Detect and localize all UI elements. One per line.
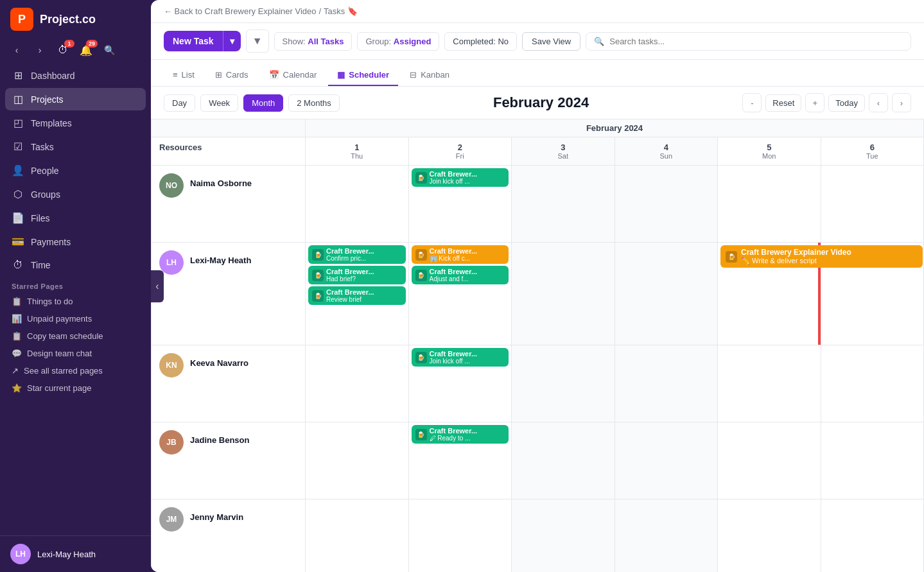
col2-dow: Fri [414, 152, 507, 160]
sidebar-item-tasks-label: Tasks [31, 142, 54, 152]
sidebar-item-people[interactable]: 👤 People [5, 159, 146, 182]
filter-button[interactable]: ▼ [246, 30, 269, 53]
sidebar-item-projects[interactable]: ◫ Projects [5, 88, 146, 110]
nav-back[interactable]: ‹ [8, 41, 26, 59]
groups-icon: ⬡ [12, 188, 24, 200]
col1-day: 1 [311, 143, 403, 152]
sidebar-item-tasks[interactable]: ☑ Tasks [5, 135, 146, 158]
starred-design-team-chat[interactable]: 💬 Design team chat [5, 345, 146, 362]
lexi-task-col1-3[interactable]: 🍺 Craft Brewer... Review brief [308, 286, 406, 305]
next-button[interactable]: › [892, 93, 911, 112]
task-icon: 🍺 [312, 290, 324, 302]
search-icon: 🔍 [594, 37, 604, 46]
row-lexi-label: LH Lexi-May Heath [152, 243, 306, 345]
cards-icon: ⊞ [215, 70, 222, 80]
reset-button[interactable]: Reset [765, 94, 801, 112]
starred-see-all[interactable]: ↗ See all starred pages [5, 362, 146, 379]
period-2months[interactable]: 2 Months [288, 94, 339, 112]
starred-copy-team-schedule[interactable]: 📋 Copy team schedule [5, 327, 146, 345]
sidebar-item-time[interactable]: ⏱ Time [5, 254, 146, 276]
avatar-jadine: JB [159, 430, 184, 455]
tab-cards[interactable]: ⊞ Cards [206, 65, 257, 86]
lexi-col4 [615, 243, 719, 345]
completed-filter-chip[interactable]: Completed: No [444, 32, 517, 51]
starred-unpaid-payments[interactable]: 📊 Unpaid payments [5, 310, 146, 327]
period-week[interactable]: Week [200, 94, 238, 112]
keeva-col4 [615, 345, 719, 422]
tab-scheduler-label: Scheduler [349, 70, 389, 80]
sidebar-item-dashboard[interactable]: ⊞ Dashboard [5, 64, 146, 87]
today-button[interactable]: Today [828, 94, 865, 112]
starred-section-title: Starred Pages [5, 277, 146, 293]
nav-forward[interactable]: › [31, 41, 49, 59]
zoom-in-button[interactable]: + [805, 93, 824, 112]
name-jenny: Jenny Marvin [190, 507, 243, 522]
task-chip-text: Craft Brewer... Review brief [326, 288, 374, 303]
breadcrumb-separator: / [318, 6, 321, 16]
prev-button[interactable]: ‹ [869, 93, 888, 112]
sidebar-item-files[interactable]: 📄 Files [5, 207, 146, 229]
period-month[interactable]: Month [243, 94, 283, 112]
starred-things-to-do[interactable]: 📋 Things to do [5, 293, 146, 310]
lexi-task-col1-1[interactable]: 🍺 Craft Brewer... Confirm pric... [308, 245, 406, 264]
sidebar-item-templates-label: Templates [31, 118, 72, 128]
keeva-task-1[interactable]: 🍺 Craft Brewer... Join kick off ... [412, 348, 509, 367]
jadine-col4 [615, 422, 719, 499]
new-task-dropdown-arrow[interactable]: ▾ [223, 31, 241, 51]
col5-day: 5 [723, 143, 815, 152]
sidebar-item-groups[interactable]: ⬡ Groups [5, 183, 146, 205]
bell-notif[interactable]: 🔔 29 [77, 41, 95, 59]
jenny-col3 [512, 499, 615, 572]
zoom-out-button[interactable]: - [742, 93, 762, 112]
task-chip-text: Craft Brewer... 🖊 Ready to ... [430, 427, 478, 442]
dashboard-icon: ⊞ [12, 69, 24, 82]
jadine-task-1[interactable]: 🍺 Craft Brewer... 🖊 Ready to ... [412, 425, 509, 444]
naima-task-1[interactable]: 🍺 Craft Brewer... Join kick off ... [412, 168, 509, 187]
task-chip-text: Craft Brewer... 🏢 Kick off c... [430, 247, 478, 262]
keeva-col3 [512, 345, 615, 422]
naima-col2: 🍺 Craft Brewer... Join kick off ... [409, 166, 512, 243]
jenny-col6 [821, 499, 925, 572]
search-button[interactable]: 🔍 [100, 41, 118, 59]
sidebar-item-templates[interactable]: ◰ Templates [5, 112, 146, 134]
jenny-col2 [409, 499, 512, 572]
sidebar: P Project.co ‹ › ⏱ 1 🔔 29 🔍 ⊞ Dashboard … [0, 0, 151, 572]
sidebar-collapse-button[interactable]: ‹ [151, 270, 164, 302]
breadcrumb-back-link[interactable]: ← Back to Craft Brewery Explainer Video [164, 6, 316, 16]
show-filter-chip[interactable]: Show: All Tasks [274, 32, 353, 51]
search-input[interactable] [609, 37, 903, 46]
timer-badge: 1 [64, 40, 74, 48]
show-label: Show: [283, 37, 306, 46]
tab-list[interactable]: ≡ List [164, 65, 204, 86]
sidebar-item-payments[interactable]: 💳 Payments [5, 230, 146, 253]
timer-notif[interactable]: ⏱ 1 [54, 41, 72, 59]
sidebar-item-groups-label: Groups [31, 189, 60, 200]
lexi-task-col1-2[interactable]: 🍺 Craft Brewer... Had brief? [308, 266, 406, 284]
task-icon: 🍺 [415, 249, 427, 261]
save-view-button[interactable]: Save View [522, 32, 580, 51]
user-footer[interactable]: LH Lexi-May Heath [0, 535, 151, 572]
sidebar-menu: ⊞ Dashboard ◫ Projects ◰ Templates ☑ Tas… [0, 62, 151, 535]
tab-calendar[interactable]: 📅 Calendar [260, 65, 326, 86]
tab-scheduler[interactable]: ▦ Scheduler [328, 65, 398, 86]
breadcrumb: ← Back to Craft Brewery Explainer Video … [164, 6, 358, 16]
lexi-wide-task[interactable]: 🍺 Craft Brewery Explainer Video ✏️ Write… [720, 245, 923, 268]
row-naima-label: NO Naima Osborne [152, 166, 306, 243]
starred-star-current[interactable]: ⭐ Star current page [5, 379, 146, 397]
jenny-col5 [718, 499, 821, 572]
copy-schedule-icon: 📋 [12, 331, 22, 341]
projects-icon: ◫ [12, 93, 24, 105]
tab-kanban[interactable]: ⊟ Kanban [401, 65, 458, 86]
people-icon: 👤 [12, 164, 24, 177]
keeva-col1 [306, 345, 409, 422]
new-task-button[interactable]: New Task ▾ [164, 31, 241, 51]
period-day[interactable]: Day [164, 94, 195, 112]
tasks-icon: ☑ [12, 141, 24, 153]
breadcrumb-current: Tasks [324, 6, 345, 16]
group-filter-chip[interactable]: Group: Assigned [357, 32, 439, 51]
lexi-task-col2-2[interactable]: 🍺 Craft Brewer... Adjust and f... [412, 266, 509, 284]
lexi-task-col2-1[interactable]: 🍺 Craft Brewer... 🏢 Kick off c... [412, 245, 509, 264]
col-header-4: 4 Sun [615, 137, 719, 166]
keeva-col6 [821, 345, 925, 422]
scheduler-title: February 2024 [345, 94, 738, 111]
